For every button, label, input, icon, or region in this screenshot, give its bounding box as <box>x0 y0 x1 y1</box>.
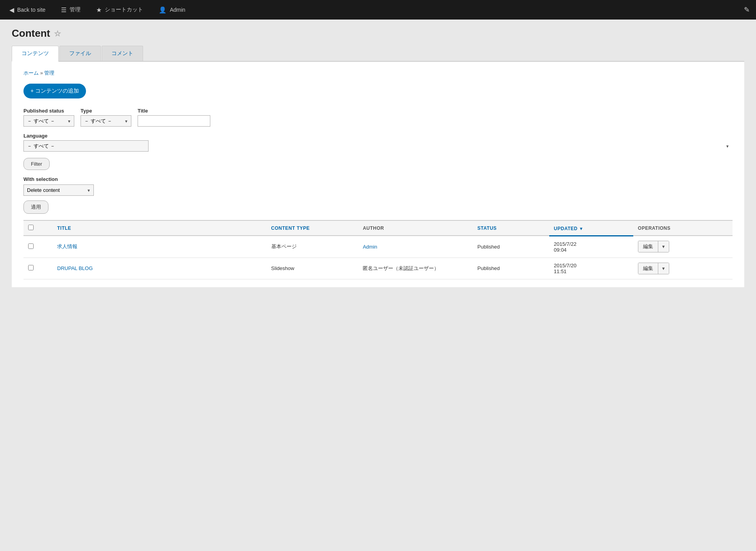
type-field: Type － すべて － 基本ページ Slideshow <box>81 108 131 127</box>
breadcrumb: ホーム » 管理 <box>23 70 733 77</box>
row2-edit-button[interactable]: 編集 <box>638 263 658 274</box>
col-updated-header[interactable]: UPDATED ▼ <box>549 220 633 236</box>
row1-title-link[interactable]: 求人情報 <box>57 243 77 249</box>
row2-type-cell: Slideshow <box>267 258 358 279</box>
title-label: Title <box>138 108 210 114</box>
title-input[interactable] <box>138 115 210 127</box>
back-to-site-button[interactable]: ◀ Back to site <box>6 5 48 15</box>
col-status-header[interactable]: STATUS <box>473 220 549 236</box>
col-author-header: AUTHOR <box>358 220 473 236</box>
edit-pencil-button[interactable]: ✎ <box>744 5 750 14</box>
table-body: 求人情報 基本ページ Admin Published 2015/7/22 09:… <box>23 236 733 279</box>
back-icon: ◀ <box>9 6 14 14</box>
row2-title-link[interactable]: DRUPAL BLOG <box>57 265 93 271</box>
row1-content-type: 基本ページ <box>271 243 297 249</box>
language-wrapper: － すべて － 日本語 English <box>23 140 733 152</box>
row2-updated-cell: 2015/7/20 11:51 <box>549 258 633 279</box>
add-content-button[interactable]: + コンテンツの追加 <box>23 84 86 98</box>
tab-bar: コンテンツ ファイル コメント <box>12 46 744 62</box>
published-status-select[interactable]: － すべて － Published Unpublished <box>23 115 74 127</box>
published-status-wrapper: － すべて － Published Unpublished <box>23 115 74 127</box>
row1-author-cell: Admin <box>358 236 473 258</box>
main-content-area: Content ☆ コンテンツ ファイル コメント ホーム » 管理 + コンテ… <box>0 20 756 291</box>
with-selection-wrapper: Delete content Publish Unpublish <box>23 184 94 196</box>
row1-operations-cell: 編集 ▼ <box>633 236 733 258</box>
col-operations-header: OPERATIONS <box>633 220 733 236</box>
with-selection-section: With selection Delete content Publish Un… <box>23 176 733 214</box>
tab-comments[interactable]: コメント <box>102 46 143 61</box>
published-status-field: Published status － すべて － Published Unpub… <box>23 108 74 127</box>
row2-checkbox-cell <box>23 258 52 279</box>
table-header: TITLE CONTENT TYPE AUTHOR STATUS UPDATED… <box>23 220 733 236</box>
language-label: Language <box>23 133 733 139</box>
breadcrumb-home-link[interactable]: ホーム <box>23 70 39 76</box>
row2-status-cell: Published <box>473 258 549 279</box>
tab-files[interactable]: ファイル <box>59 46 101 61</box>
table-row: DRUPAL BLOG Slideshow 匿名ユーザー（未認証ユーザー） Pu… <box>23 258 733 279</box>
filter-row-1: Published status － すべて － Published Unpub… <box>23 108 733 127</box>
row2-status: Published <box>477 265 500 271</box>
star-nav-icon: ★ <box>96 6 102 14</box>
row1-checkbox[interactable] <box>28 243 34 249</box>
row1-status-cell: Published <box>473 236 549 258</box>
row1-edit-group: 編集 ▼ <box>638 241 669 252</box>
filter-section: Published status － すべて － Published Unpub… <box>23 108 733 170</box>
col-title-header[interactable]: TITLE <box>52 220 266 236</box>
with-selection-row: Delete content Publish Unpublish <box>23 184 733 196</box>
shortcut-button[interactable]: ★ ショートカット <box>93 5 146 15</box>
filter-button[interactable]: Filter <box>23 158 50 170</box>
row2-title-cell: DRUPAL BLOG <box>52 258 266 279</box>
row1-updated-cell: 2015/7/22 09:04 <box>549 236 633 258</box>
type-select[interactable]: － すべて － 基本ページ Slideshow <box>81 115 131 127</box>
apply-button[interactable]: 適用 <box>23 200 48 214</box>
col-check-header <box>23 220 52 236</box>
manage-label: 管理 <box>70 6 81 13</box>
page-title: Content <box>12 27 50 39</box>
tab-content[interactable]: コンテンツ <box>12 46 59 62</box>
col-content-type-header[interactable]: CONTENT TYPE <box>267 220 358 236</box>
user-icon: 👤 <box>159 6 167 14</box>
row2-edit-dropdown-button[interactable]: ▼ <box>658 263 669 274</box>
row2-author: 匿名ユーザー（未認証ユーザー） <box>363 265 439 271</box>
row2-operations-cell: 編集 ▼ <box>633 258 733 279</box>
admin-user-button[interactable]: 👤 Admin <box>156 5 188 15</box>
language-filter-row: Language － すべて － 日本語 English <box>23 133 733 152</box>
shortcut-label: ショートカット <box>105 6 143 13</box>
manage-menu-button[interactable]: ☰ 管理 <box>58 5 84 15</box>
top-navigation: ◀ Back to site ☰ 管理 ★ ショートカット 👤 Admin ✎ <box>0 0 756 20</box>
row1-status: Published <box>477 244 500 250</box>
row1-title-cell: 求人情報 <box>52 236 266 258</box>
with-selection-label: With selection <box>23 176 733 182</box>
row2-content-type: Slideshow <box>271 265 294 271</box>
row2-edit-group: 編集 ▼ <box>638 263 669 274</box>
sort-down-icon: ▼ <box>579 226 583 231</box>
menu-icon: ☰ <box>61 6 66 14</box>
row2-checkbox[interactable] <box>28 265 34 270</box>
breadcrumb-separator: » <box>40 70 43 76</box>
table-row: 求人情報 基本ページ Admin Published 2015/7/22 09:… <box>23 236 733 258</box>
row2-updated: 2015/7/20 11:51 <box>554 263 577 274</box>
type-wrapper: － すべて － 基本ページ Slideshow <box>81 115 131 127</box>
back-to-site-label: Back to site <box>17 7 45 13</box>
row1-edit-button[interactable]: 編集 <box>638 241 658 252</box>
content-table: TITLE CONTENT TYPE AUTHOR STATUS UPDATED… <box>23 220 733 279</box>
select-all-checkbox[interactable] <box>28 225 34 230</box>
title-field: Title <box>138 108 210 127</box>
page-title-area: Content ☆ <box>12 27 744 39</box>
row2-author-cell: 匿名ユーザー（未認証ユーザー） <box>358 258 473 279</box>
published-status-label: Published status <box>23 108 74 114</box>
row1-checkbox-cell <box>23 236 52 258</box>
type-label: Type <box>81 108 131 114</box>
with-selection-select[interactable]: Delete content Publish Unpublish <box>23 184 94 196</box>
language-select[interactable]: － すべて － 日本語 English <box>23 140 149 152</box>
row1-updated: 2015/7/22 09:04 <box>554 241 577 253</box>
favorite-star-icon[interactable]: ☆ <box>54 29 61 38</box>
row1-type-cell: 基本ページ <box>267 236 358 258</box>
row1-author-link[interactable]: Admin <box>363 244 377 250</box>
content-panel: ホーム » 管理 + コンテンツの追加 Published status － す… <box>12 62 744 287</box>
breadcrumb-manage-link[interactable]: 管理 <box>44 70 54 76</box>
row1-edit-dropdown-button[interactable]: ▼ <box>658 241 669 252</box>
admin-label: Admin <box>170 7 185 13</box>
